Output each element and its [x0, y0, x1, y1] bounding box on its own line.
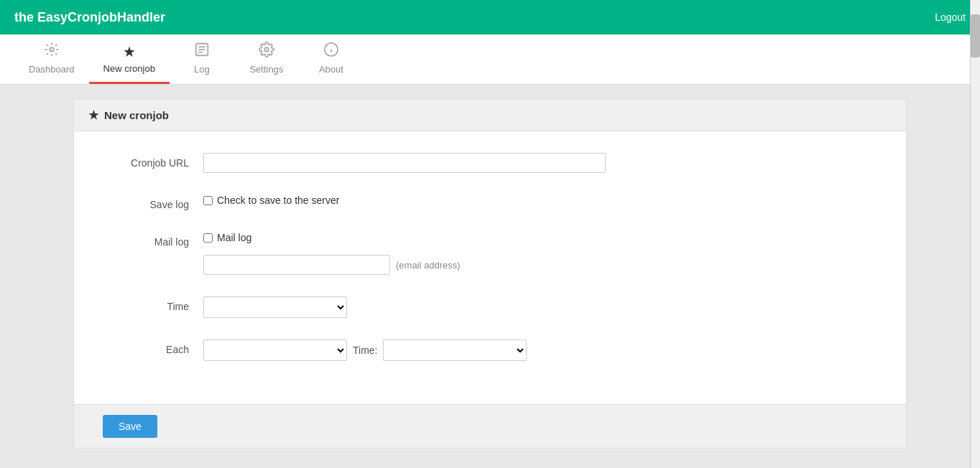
each-time-select[interactable] [383, 340, 527, 361]
card-body: Cronjob URL Save log Check to save to th… [74, 131, 906, 404]
save-log-checkbox-label[interactable]: Check to save to the server [203, 195, 877, 206]
cronjob-url-input[interactable] [203, 153, 606, 173]
settings-icon [259, 42, 274, 61]
card-footer: Save [74, 404, 906, 448]
main-nav: Dashboard ★ New cronjob Log Settings [0, 34, 980, 85]
new-cronjob-icon: ★ [123, 43, 136, 60]
save-log-wrap: Check to save to the server [203, 195, 877, 206]
save-button[interactable]: Save [103, 415, 157, 438]
each-controls: Time: [203, 340, 877, 361]
save-log-checkbox-text: Check to save to the server [217, 195, 339, 206]
each-label: Each [103, 340, 203, 355]
save-log-checkbox[interactable] [203, 196, 213, 205]
email-hint: (email address) [396, 260, 461, 271]
about-icon [323, 42, 339, 61]
scrollbar-thumb[interactable] [971, 14, 980, 57]
email-row: (email address) [203, 255, 877, 275]
each-wrap: Time: [203, 340, 877, 361]
time-wrap [203, 296, 877, 318]
nav-about[interactable]: About [299, 34, 364, 84]
mail-log-checkbox[interactable] [203, 233, 213, 243]
mail-log-checkbox-text: Mail log [217, 232, 251, 243]
nav-new-cronjob-label: New cronjob [103, 63, 155, 74]
card-title: New cronjob [104, 109, 169, 121]
mail-log-wrap: Mail log (email address) [203, 232, 877, 275]
mail-log-checkbox-label[interactable]: Mail log [203, 232, 877, 243]
logout-button[interactable]: Logout [935, 11, 966, 23]
nav-log[interactable]: Log [170, 34, 234, 84]
save-log-row: Save log Check to save to the server [103, 195, 877, 210]
time-row: Time [103, 296, 877, 318]
svg-point-0 [50, 47, 54, 52]
card-header: ★ New cronjob [74, 100, 906, 131]
header: the EasyCronjobHandler Logout [0, 0, 980, 34]
cronjob-url-wrap [203, 153, 877, 173]
svg-point-5 [264, 47, 269, 52]
time-select[interactable] [203, 296, 347, 318]
save-log-label: Save log [103, 195, 203, 210]
cronjob-url-row: Cronjob URL [103, 153, 877, 173]
log-icon [194, 42, 210, 61]
main-content: ★ New cronjob Cronjob URL Save log Check… [0, 85, 980, 463]
mail-log-label: Mail log [103, 232, 203, 248]
each-time-label: Time: [353, 345, 377, 356]
nav-log-label: Log [194, 64, 210, 75]
nav-about-label: About [319, 64, 343, 75]
mail-log-row: Mail log Mail log (email address) [103, 232, 877, 275]
new-cronjob-card: ★ New cronjob Cronjob URL Save log Check… [73, 99, 907, 449]
card-star-icon: ★ [88, 108, 98, 122]
time-label: Time [103, 296, 203, 312]
scrollbar[interactable] [970, 0, 980, 463]
dashboard-icon [44, 42, 60, 61]
email-input[interactable] [203, 255, 390, 275]
each-select[interactable] [203, 340, 347, 361]
cronjob-url-label: Cronjob URL [103, 153, 203, 169]
nav-new-cronjob[interactable]: ★ New cronjob [89, 34, 170, 84]
nav-dashboard-label: Dashboard [29, 64, 75, 75]
each-row-container: Each Time: [103, 340, 877, 361]
app-title: the EasyCronjobHandler [14, 10, 165, 25]
nav-dashboard[interactable]: Dashboard [14, 34, 89, 84]
nav-settings[interactable]: Settings [234, 34, 299, 84]
nav-settings-label: Settings [249, 64, 283, 75]
